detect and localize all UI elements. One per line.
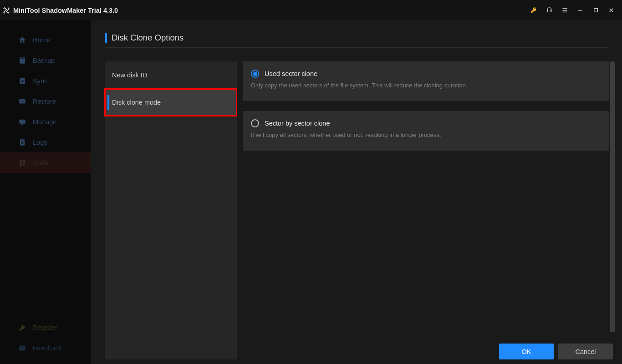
activate-key-icon[interactable] [527,4,540,17]
svg-rect-9 [19,119,25,123]
clone-mode-card-used-sector: Used sector clone Only copy the used sec… [243,61,609,101]
sidebar-item-label: Home [33,36,51,44]
dialog-footer: OK Cancel [499,344,613,359]
restore-icon [18,97,26,106]
sidebar: Home Backup Sync Restore Manage Logs [0,20,91,364]
sidebar-item-logs[interactable]: Logs [0,132,91,152]
radio-used-sector[interactable] [251,70,259,78]
svg-rect-4 [594,9,597,12]
svg-rect-19 [19,345,25,350]
sidebar-item-home[interactable]: Home [0,30,91,50]
svg-rect-10 [21,124,24,125]
home-icon [18,36,26,44]
radio-row[interactable]: Sector by sector clone [251,119,601,127]
radio-description: It will copy all sectors, whether used o… [251,131,601,139]
svg-rect-0 [562,8,567,9]
minimize-button[interactable] [574,4,586,17]
sidebar-item-sync[interactable]: Sync [0,71,91,91]
sidebar-item-label: Feedback [33,344,62,352]
backup-icon [18,56,26,65]
key-icon [18,324,26,332]
sync-icon [18,77,26,85]
button-label: OK [522,348,531,355]
radio-row[interactable]: Used sector clone [251,70,601,78]
page-title: Disk Clone Options [112,33,184,43]
sidebar-item-register[interactable]: Register [0,317,91,338]
radio-description: Only copy the used sectors of the file s… [251,81,601,89]
option-tab-new-disk-id[interactable]: New disk ID [105,61,237,89]
manage-icon [18,118,26,126]
logs-icon [18,138,26,147]
content-area: New disk ID Disk clone mode Used sector … [91,48,622,364]
svg-rect-14 [21,143,23,144]
svg-rect-1 [562,10,567,11]
close-button[interactable] [605,4,617,17]
sidebar-item-label: Backup [33,57,55,64]
menu-icon[interactable] [558,4,571,17]
svg-rect-17 [20,163,22,165]
options-tab-list: New disk ID Disk clone mode [105,61,237,359]
svg-rect-15 [20,160,22,162]
svg-rect-16 [23,160,25,162]
option-tab-disk-clone-mode[interactable]: Disk clone mode [105,89,237,116]
mail-icon [18,344,26,352]
app-body: Home Backup Sync Restore Manage Logs [0,20,622,364]
option-tab-label: Disk clone mode [112,99,161,106]
svg-rect-7 [20,78,25,84]
radio-label: Sector by sector clone [265,120,330,127]
header-accent-bar [105,33,107,43]
svg-rect-18 [23,163,25,165]
support-headset-icon[interactable] [543,4,556,17]
sidebar-item-label: Manage [33,118,56,126]
title-bar: MiniTool ShadowMaker Trial 4.3.0 [0,0,622,20]
svg-rect-5 [20,57,25,64]
sidebar-item-restore[interactable]: Restore [0,91,91,111]
vertical-scrollbar[interactable] [610,61,615,332]
sidebar-item-feedback[interactable]: Feedback [0,338,91,358]
sidebar-item-label: Sync [33,77,47,85]
sidebar-nav: Home Backup Sync Restore Manage Logs [0,30,91,173]
app-title: MiniTool ShadowMaker Trial 4.3.0 [13,7,118,14]
svg-rect-3 [578,10,582,11]
svg-rect-12 [21,141,24,141]
options-detail-pane: Used sector clone Only copy the used sec… [243,61,612,359]
sidebar-item-label: Logs [33,139,47,146]
svg-rect-13 [21,142,24,142]
app-logo-icon [2,6,10,15]
ok-button[interactable]: OK [499,344,554,359]
page-header: Disk Clone Options [91,20,622,47]
sidebar-item-manage[interactable]: Manage [0,111,91,132]
sidebar-bottom: Register Feedback [0,317,91,364]
svg-rect-2 [562,12,567,13]
option-tab-label: New disk ID [112,71,147,79]
svg-rect-6 [20,58,24,59]
sidebar-item-tools[interactable]: Tools [0,152,91,173]
sidebar-item-label: Register [33,324,57,331]
sidebar-item-backup[interactable]: Backup [0,50,91,71]
sidebar-item-label: Restore [33,98,56,105]
clone-mode-card-sector-by-sector: Sector by sector clone It will copy all … [243,111,609,151]
tools-icon [18,159,26,167]
radio-sector-by-sector[interactable] [251,119,259,127]
main-panel: Disk Clone Options New disk ID Disk clon… [91,20,622,364]
cancel-button[interactable]: Cancel [558,344,613,359]
title-bar-right [527,4,617,17]
sidebar-item-label: Tools [33,159,48,167]
maximize-button[interactable] [589,4,602,17]
button-label: Cancel [575,348,596,355]
radio-label: Used sector clone [265,70,317,77]
title-bar-left: MiniTool ShadowMaker Trial 4.3.0 [2,6,118,15]
